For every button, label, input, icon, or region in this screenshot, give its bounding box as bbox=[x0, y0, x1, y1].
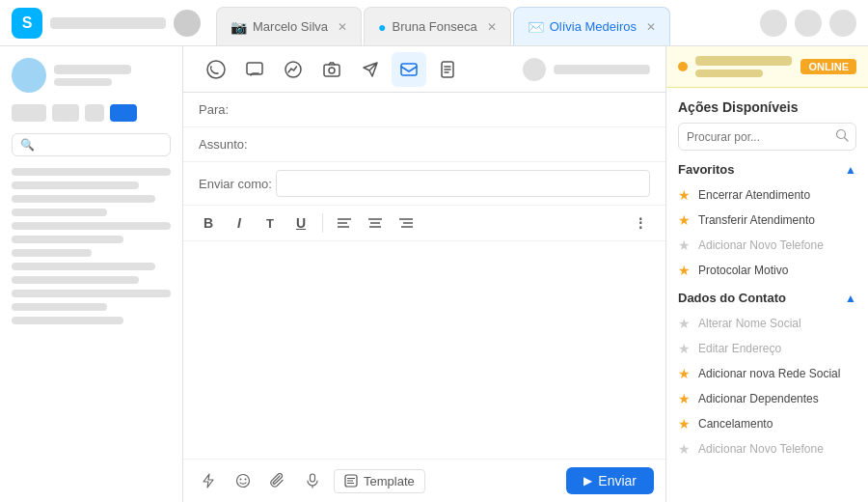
send-button[interactable]: ▶ Enviar bbox=[566, 467, 654, 494]
toolbar-bold[interactable]: B bbox=[195, 209, 222, 237]
toolbar-underline[interactable]: U bbox=[287, 209, 314, 237]
channel-send[interactable] bbox=[353, 52, 388, 87]
rp-header-sk1 bbox=[695, 56, 792, 66]
channel-camera[interactable] bbox=[314, 52, 349, 87]
rp-badge: ONLINE bbox=[800, 59, 856, 74]
tab-marcelo-close[interactable]: ✕ bbox=[338, 20, 347, 34]
center-panel: Para: Assunto: Enviar como: B I T U bbox=[183, 46, 665, 502]
footer-lightning-icon[interactable] bbox=[195, 467, 222, 494]
rp-favoritos-list: ★ Encerrar Atendimento ★ Transferir Aten… bbox=[678, 182, 856, 283]
assunto-input[interactable] bbox=[276, 137, 650, 152]
sidebar-list-item bbox=[12, 303, 107, 311]
rp-item-cancelamento[interactable]: ★ Cancelamento bbox=[678, 411, 856, 436]
rp-item-add-social[interactable]: ★ Adicionar nova Rede Social bbox=[678, 361, 856, 386]
rp-item-add-phone-2-label: Adicionar Novo Telefone bbox=[698, 442, 824, 456]
para-input[interactable] bbox=[276, 102, 650, 117]
rp-favoritos-chevron[interactable]: ▲ bbox=[845, 163, 856, 177]
rp-dados-chevron[interactable]: ▲ bbox=[845, 292, 856, 305]
rp-item-encerrar[interactable]: ★ Encerrar Atendimento bbox=[678, 182, 856, 208]
toolbar-align-center[interactable] bbox=[362, 209, 389, 237]
tab-marcelo-icon: 📷 bbox=[231, 19, 247, 35]
star-icon-encerrar: ★ bbox=[678, 187, 691, 203]
toolbar-text[interactable]: T bbox=[257, 209, 284, 237]
channel-bar bbox=[183, 46, 665, 93]
template-button[interactable]: Template bbox=[334, 469, 425, 493]
rp-item-dependentes-label: Adicionar Dependentes bbox=[698, 392, 819, 405]
sidebar-tag-3 bbox=[85, 104, 104, 122]
rp-item-alterar[interactable]: ★ Alterar Nome Social bbox=[678, 311, 856, 336]
sidebar-tags bbox=[12, 104, 171, 122]
rp-item-add-social-label: Adicionar nova Rede Social bbox=[698, 367, 840, 380]
star-icon-add-phone: ★ bbox=[678, 237, 691, 253]
sidebar-name-skeleton bbox=[54, 65, 131, 74]
sidebar-list-item bbox=[12, 168, 171, 176]
rp-header-sk2 bbox=[695, 70, 763, 77]
rp-item-add-phone[interactable]: ★ Adicionar Novo Telefone bbox=[678, 233, 856, 258]
sidebar-list-item bbox=[12, 276, 139, 284]
editor-body[interactable] bbox=[183, 241, 665, 459]
channel-email[interactable] bbox=[392, 52, 426, 87]
footer-mic-icon[interactable] bbox=[299, 467, 326, 494]
rp-section-sep bbox=[678, 283, 856, 291]
svg-rect-19 bbox=[311, 474, 315, 482]
tab-olivia-icon: ✉️ bbox=[528, 19, 544, 35]
top-bar-btn-3[interactable] bbox=[829, 10, 856, 37]
rp-section-title: Ações Disponíveis bbox=[678, 99, 856, 115]
sidebar: 🔍 bbox=[0, 46, 183, 502]
tab-olivia[interactable]: ✉️ Olívia Medeiros ✕ bbox=[513, 7, 670, 45]
enviar-input[interactable] bbox=[276, 170, 650, 197]
tab-bruna-close[interactable]: ✕ bbox=[487, 20, 497, 34]
channel-messenger[interactable] bbox=[276, 52, 311, 87]
toolbar-italic[interactable]: I bbox=[226, 209, 253, 237]
rp-header-text bbox=[695, 56, 793, 77]
enviar-label: Enviar como: bbox=[199, 177, 276, 191]
send-play-icon: ▶ bbox=[583, 474, 592, 488]
star-icon-transferir: ★ bbox=[678, 212, 691, 228]
sidebar-list-item bbox=[12, 181, 139, 189]
svg-rect-1 bbox=[247, 63, 262, 74]
footer-attachment-icon[interactable] bbox=[264, 467, 291, 494]
rp-item-add-phone-2[interactable]: ★ Adicionar Novo Telefone bbox=[678, 436, 856, 461]
sidebar-list-item bbox=[12, 222, 171, 230]
rp-status-dot bbox=[678, 62, 688, 71]
rp-item-editar[interactable]: ★ Editar Endereço bbox=[678, 336, 856, 361]
rp-dados-header: Dados do Contato ▲ bbox=[678, 291, 856, 305]
toolbar-align-left[interactable] bbox=[331, 209, 358, 237]
rp-search[interactable] bbox=[678, 123, 856, 151]
top-bar-btn-1[interactable] bbox=[760, 10, 787, 37]
toolbar-more[interactable]: ⋮ bbox=[627, 209, 654, 237]
rp-body: Ações Disponíveis Favoritos ▲ ★ Encerrar… bbox=[666, 88, 868, 502]
star-icon-cancelamento: ★ bbox=[678, 416, 691, 432]
sidebar-search-input[interactable] bbox=[39, 138, 162, 152]
sidebar-list-item bbox=[12, 290, 171, 297]
tab-olivia-close[interactable]: ✕ bbox=[646, 20, 656, 34]
send-label: Enviar bbox=[598, 473, 637, 488]
tab-marcelo-label: Marcelo Silva bbox=[253, 19, 328, 34]
toolbar-align-right[interactable] bbox=[393, 209, 420, 237]
editor-footer: Template ▶ Enviar bbox=[183, 459, 665, 502]
sidebar-search-icon: 🔍 bbox=[20, 138, 35, 152]
channel-note[interactable] bbox=[430, 52, 465, 87]
star-icon-alterar: ★ bbox=[678, 316, 691, 331]
svg-point-4 bbox=[329, 68, 335, 73]
svg-point-16 bbox=[237, 475, 250, 488]
top-bar-btn-2[interactable] bbox=[795, 10, 822, 37]
star-icon-add-social: ★ bbox=[678, 366, 691, 381]
svg-point-17 bbox=[240, 479, 242, 481]
footer-emoji-icon[interactable] bbox=[230, 467, 257, 494]
rp-header-card: ONLINE bbox=[666, 46, 868, 88]
rp-search-input[interactable] bbox=[687, 130, 831, 144]
rp-item-transferir-label: Transferir Atendimento bbox=[698, 213, 815, 227]
channel-whatsapp[interactable] bbox=[199, 52, 233, 87]
channel-chat[interactable] bbox=[237, 52, 272, 87]
tab-bruna[interactable]: ● Bruna Fonseca ✕ bbox=[364, 7, 511, 45]
svg-rect-5 bbox=[401, 64, 417, 75]
tab-marcelo[interactable]: 📷 Marcelo Silva ✕ bbox=[216, 7, 362, 45]
rp-item-dependentes[interactable]: ★ Adicionar Dependentes bbox=[678, 386, 856, 411]
sidebar-profile bbox=[12, 58, 171, 93]
sidebar-list-item bbox=[12, 209, 107, 216]
rp-item-transferir[interactable]: ★ Transferir Atendimento bbox=[678, 208, 856, 233]
rp-item-add-phone-label: Adicionar Novo Telefone bbox=[698, 238, 824, 252]
sidebar-search[interactable]: 🔍 bbox=[12, 133, 171, 156]
rp-item-protocolar[interactable]: ★ Protocolar Motivo bbox=[678, 258, 856, 283]
